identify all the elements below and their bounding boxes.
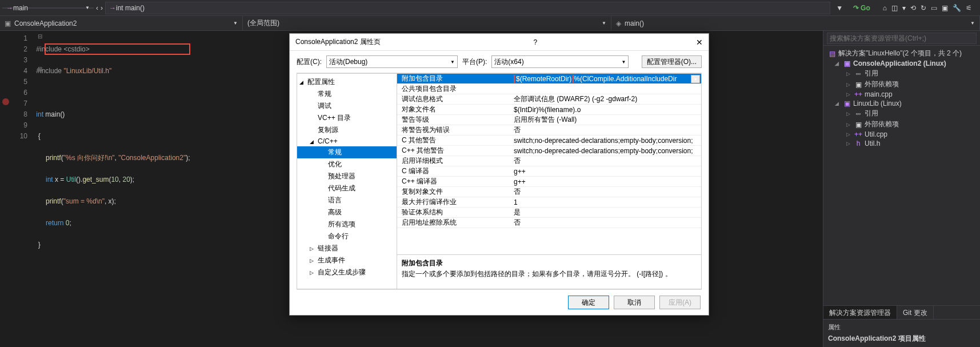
ext-deps-node[interactable]: ▷▣外部依赖项 bbox=[823, 79, 980, 90]
file-node[interactable]: ▷hUtil.h bbox=[823, 139, 980, 148]
refs-node[interactable]: ▷▫▫引用 bbox=[823, 108, 980, 119]
expand-icon[interactable]: ▷ bbox=[846, 141, 852, 146]
dropdown-icon[interactable]: ▾ bbox=[691, 75, 700, 83]
property-value[interactable]: 否 bbox=[511, 156, 701, 166]
property-row[interactable]: 启用地址擦除系统否 bbox=[397, 218, 701, 228]
expand-icon[interactable]: ▷ bbox=[846, 82, 852, 87]
property-row[interactable]: 验证体系结构是 bbox=[397, 208, 701, 218]
property-row[interactable]: 最大并行编译作业1 bbox=[397, 197, 701, 208]
expand-icon[interactable]: ◢ bbox=[835, 101, 841, 106]
expand-icon[interactable]: ▷ bbox=[846, 111, 852, 117]
property-value[interactable]: $(RemoteRootDir)%(ClCompile.AdditionalIn… bbox=[511, 75, 701, 83]
property-row[interactable]: 附加包含目录$(RemoteRootDir)%(ClCompile.Additi… bbox=[397, 74, 701, 84]
stack-icon[interactable]: ▣ bbox=[942, 4, 948, 12]
cancel-button[interactable]: 取消 bbox=[614, 296, 655, 309]
expand-icon[interactable]: ◢ bbox=[835, 61, 841, 66]
property-row[interactable]: 公共项目包含目录 bbox=[397, 84, 701, 94]
property-row[interactable]: 将警告视为错误否 bbox=[397, 125, 701, 135]
home-icon[interactable]: ⌂ bbox=[883, 4, 887, 12]
tree-cc-general[interactable]: 常规 bbox=[297, 146, 397, 158]
tree-cc-pp[interactable]: 预处理器 bbox=[297, 170, 397, 182]
tree-cc-adv[interactable]: 高级 bbox=[297, 206, 397, 218]
solution-tree[interactable]: ▤解决方案"LinuxHello"(2 个项目，共 2 个) ◢▣Console… bbox=[823, 46, 980, 305]
tree-cc-opt[interactable]: 优化 bbox=[297, 158, 397, 170]
property-tree[interactable]: ◢配置属性 常规 调试 VC++ 目录 复制源 ◢C/C++ 常规 优化 预处理… bbox=[297, 73, 397, 289]
expand-icon[interactable]: ▷ bbox=[310, 270, 315, 276]
property-value[interactable]: switch;no-deprecated-declarations;empty-… bbox=[511, 147, 701, 155]
refresh-icon[interactable]: ↻ bbox=[921, 4, 926, 12]
property-value[interactable]: switch;no-deprecated-declarations;empty-… bbox=[511, 137, 701, 145]
expand-icon[interactable]: ▷ bbox=[846, 91, 852, 97]
expand-icon[interactable]: ▷ bbox=[846, 131, 852, 137]
chevron-down-icon[interactable]: ▼ bbox=[833, 4, 846, 12]
apply-button[interactable]: 应用(A) bbox=[659, 296, 701, 309]
refs-node[interactable]: ▷▫▫引用 bbox=[823, 68, 980, 79]
brush-icon[interactable]: ▾ bbox=[902, 4, 906, 12]
nav-back-icon[interactable]: ‹ bbox=[96, 4, 98, 12]
fold-icon[interactable]: ⊟ bbox=[38, 33, 42, 39]
property-row[interactable]: C 编译器g++ bbox=[397, 166, 701, 177]
file-node[interactable]: ▷++Util.cpp bbox=[823, 130, 980, 139]
property-value[interactable]: 否 bbox=[511, 218, 701, 228]
property-row[interactable]: 对象文件名$(IntDir)%(filename).o bbox=[397, 105, 701, 115]
config-select[interactable]: 活动(Debug)▼ bbox=[326, 55, 458, 68]
scope-func-dropdown[interactable]: ◈ main() ▼ bbox=[611, 16, 980, 30]
tree-build-events[interactable]: ▷生成事件 bbox=[297, 254, 397, 266]
close-icon[interactable]: ✕ bbox=[696, 38, 703, 47]
ok-button[interactable]: 确定 bbox=[568, 296, 609, 309]
property-row[interactable]: C++ 其他警告switch;no-deprecated-declaration… bbox=[397, 146, 701, 156]
property-value[interactable]: 是 bbox=[511, 208, 701, 217]
tree-general[interactable]: 常规 bbox=[297, 88, 397, 100]
go-button[interactable]: ↷Go bbox=[849, 4, 875, 12]
search-input[interactable] bbox=[827, 33, 977, 44]
solution-node[interactable]: ▤解决方案"LinuxHello"(2 个项目，共 2 个) bbox=[823, 48, 980, 59]
property-row[interactable]: C++ 编译器g++ bbox=[397, 177, 701, 187]
tree-linker[interactable]: ▷链接器 bbox=[297, 242, 397, 254]
expand-icon[interactable]: ▷ bbox=[846, 71, 852, 77]
property-value[interactable]: g++ bbox=[511, 178, 701, 186]
function-dropdown[interactable]: → int main() bbox=[105, 2, 830, 14]
property-row[interactable]: 启用详细模式否 bbox=[397, 156, 701, 166]
property-value[interactable]: 全部调试信息 (DWARF2) (-g2 -gdwarf-2) bbox=[511, 94, 701, 104]
nav-fwd-icon[interactable]: › bbox=[101, 4, 103, 12]
tree-cc-cmd[interactable]: 命令行 bbox=[297, 230, 397, 242]
scope-global-dropdown[interactable]: (全局范围) ▼ bbox=[243, 16, 611, 30]
expand-icon[interactable]: ▷ bbox=[310, 246, 315, 252]
tree-cc-all[interactable]: 所有选项 bbox=[297, 218, 397, 230]
wrench-icon[interactable]: 🔧 bbox=[953, 4, 961, 12]
tab-solution-explorer[interactable]: 解决方案资源管理器 bbox=[823, 306, 897, 319]
property-row[interactable]: 警告等级启用所有警告 (-Wall) bbox=[397, 115, 701, 125]
expand-icon[interactable]: ▷ bbox=[846, 122, 852, 127]
fold-icon[interactable]: ⊟ bbox=[38, 66, 42, 72]
property-value[interactable]: 1 bbox=[511, 198, 701, 206]
tree-cc-lang[interactable]: 语言 bbox=[297, 194, 397, 206]
collapse-icon[interactable]: ▭ bbox=[931, 4, 937, 12]
ext-deps-node[interactable]: ▷▣外部依赖项 bbox=[823, 119, 980, 130]
collapse-icon[interactable]: ◢ bbox=[310, 139, 315, 145]
tree-copysrc[interactable]: 复制源 bbox=[297, 124, 397, 136]
property-value[interactable]: g++ bbox=[511, 167, 701, 176]
tree-custom-build[interactable]: ▷自定义生成步骤 bbox=[297, 266, 397, 278]
collapse-icon[interactable]: ◢ bbox=[299, 79, 305, 85]
scope-dropdown-main[interactable]: → main ▼ bbox=[2, 7, 94, 9]
file-node[interactable]: ▷++main.cpp bbox=[823, 90, 980, 99]
property-row[interactable]: 复制对象文件否 bbox=[397, 187, 701, 197]
project-node[interactable]: ◢▣LinuxLib (Linux) bbox=[823, 99, 980, 108]
toggle-icon[interactable]: ◫ bbox=[891, 4, 898, 12]
tree-vcdirs[interactable]: VC++ 目录 bbox=[297, 112, 397, 124]
tree-cc[interactable]: ◢C/C++ bbox=[297, 136, 397, 146]
tree-debug[interactable]: 调试 bbox=[297, 100, 397, 112]
breakpoint-icon[interactable] bbox=[2, 98, 9, 105]
pin-icon[interactable]: ⚟ bbox=[966, 4, 972, 12]
property-value[interactable]: 否 bbox=[511, 187, 701, 197]
project-node[interactable]: ◢▣ConsoleApplication2 (Linux) bbox=[823, 59, 980, 68]
file-tab[interactable]: ▣ ConsoleApplication2 ▼ bbox=[0, 16, 243, 30]
platform-select[interactable]: 活动(x64)▼ bbox=[491, 55, 629, 68]
tab-git-changes[interactable]: Git 更改 bbox=[897, 306, 934, 319]
config-manager-button[interactable]: 配置管理器(O)... bbox=[642, 55, 702, 68]
property-value[interactable]: 启用所有警告 (-Wall) bbox=[511, 115, 701, 125]
tree-cc-codegen[interactable]: 代码生成 bbox=[297, 182, 397, 194]
property-row[interactable]: 调试信息格式全部调试信息 (DWARF2) (-g2 -gdwarf-2) bbox=[397, 94, 701, 105]
property-value[interactable]: $(IntDir)%(filename).o bbox=[511, 106, 701, 114]
property-row[interactable]: C 其他警告switch;no-deprecated-declarations;… bbox=[397, 135, 701, 146]
